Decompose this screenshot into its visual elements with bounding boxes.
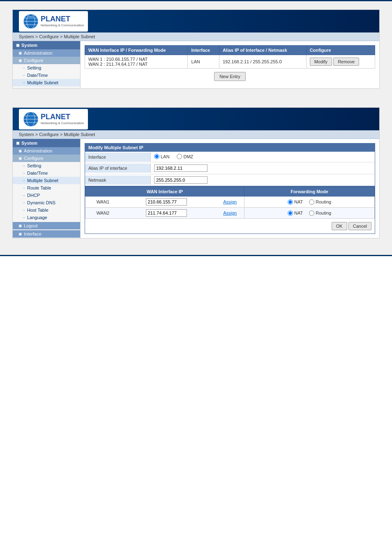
netmask-input[interactable]: [154, 176, 208, 184]
sidebar-configure-1[interactable]: ▣ Configure: [13, 57, 80, 64]
alias-input[interactable]: [154, 164, 208, 172]
interface-dmz-radio[interactable]: [177, 154, 182, 159]
sidebar-item-routetable[interactable]: → Route Table: [13, 184, 80, 192]
wan2-nat-label[interactable]: NAT: [288, 210, 303, 216]
sidebar-system-header: ▣ System: [13, 41, 80, 49]
wan1-routing-label[interactable]: Routing: [309, 199, 331, 205]
logo-text: PLANET Networking & Communication: [41, 15, 84, 27]
wan1-mode-cell: NAT Routing: [244, 197, 375, 208]
wan1-cell: WAN1 Assign: [85, 197, 244, 208]
sidebar-item-language[interactable]: → Language: [13, 214, 80, 221]
sidebar-interface[interactable]: ▣ Interface: [13, 230, 80, 238]
interface-dmz-label[interactable]: DMZ: [177, 154, 193, 159]
sidebar-system-header-2: ▣ System: [13, 139, 80, 147]
wan2-assign-link[interactable]: Assign: [223, 210, 237, 215]
col-wan-header: WAN Interface IP / Forwarding Mode: [85, 46, 188, 55]
sidebar-admin-2[interactable]: ▣ Administration: [13, 147, 80, 155]
logo-globe-icon-2: [23, 111, 39, 127]
sidebar-item-multisubnet-2[interactable]: → Multiple Subnet: [13, 177, 80, 184]
interface-lan-radio[interactable]: [154, 154, 159, 159]
interface-row: Interface LAN DMZ: [85, 152, 375, 162]
interface-lan-label[interactable]: LAN: [154, 154, 169, 159]
wan2-routing-label[interactable]: Routing: [309, 210, 331, 216]
sidebar-item-setting-2[interactable]: → Setting: [13, 162, 80, 169]
wan1-ip-input[interactable]: [146, 198, 187, 206]
sidebar-configure-2[interactable]: ▣ Configure: [13, 155, 80, 162]
wan2-routing-radio[interactable]: [309, 210, 314, 216]
alias-cell: 192.168.2.11 / 255.255.255.0: [219, 55, 306, 69]
wan2-cell: WAN2 Assign: [85, 208, 244, 219]
form-buttons: OK Cancel: [85, 219, 375, 234]
netmask-row: Netmask: [85, 174, 375, 187]
sidebar-item-hosttable[interactable]: → Host Table: [13, 206, 80, 214]
netmask-label: Netmask: [85, 176, 151, 185]
logo-area: PLANET Networking & Communication: [19, 11, 88, 32]
wan2-nat-radio[interactable]: [288, 210, 293, 216]
wan2-label: WAN2: [93, 210, 109, 215]
alias-value: [151, 162, 375, 174]
table-row: WAN 1 : 210.66.155.77 / NAT WAN 2 : 211.…: [85, 55, 375, 69]
cancel-button[interactable]: Cancel: [348, 222, 371, 230]
logo-text-2: PLANET Networking & Communication: [41, 113, 84, 125]
col-alias-header: Alias IP of Interface / Netmask: [219, 46, 306, 55]
configure-cell: Modify Remove: [306, 55, 375, 69]
form-title: Modify Multiple Subnet IP: [85, 143, 375, 152]
ok-button[interactable]: OK: [332, 222, 347, 230]
wan1-nat-radio[interactable]: [288, 199, 293, 205]
sidebar-item-datetime-2[interactable]: → Date/Time: [13, 169, 80, 177]
col-configure-header: Configure: [306, 46, 375, 55]
wan2-row: WAN2 Assign NAT: [85, 208, 375, 219]
sidebar-item-datetime-1[interactable]: → Date/Time: [13, 72, 80, 79]
sidebar-item-dhcp[interactable]: → DHCP: [13, 192, 80, 199]
sidebar-item-setting-1[interactable]: → Setting: [13, 64, 80, 72]
logo-globe-icon: [23, 14, 39, 29]
sidebar-logout[interactable]: ▣ Logout: [13, 222, 80, 229]
new-entry-button[interactable]: New Entry: [214, 72, 246, 81]
modify-button[interactable]: Modify: [310, 58, 332, 66]
new-entry-row: New Entry: [85, 69, 375, 84]
wan1-label: WAN1: [93, 199, 109, 204]
alias-row: Alias IP of interface: [85, 162, 375, 174]
wan1-row: WAN1 Assign NAT: [85, 197, 375, 208]
sidebar-admin-1[interactable]: ▣ Administration: [13, 49, 80, 57]
netmask-value: [151, 174, 375, 186]
wan2-ip-input[interactable]: [146, 209, 187, 217]
wan1-assign-link[interactable]: Assign: [223, 199, 237, 204]
modify-form: Modify Multiple Subnet IP Interface LAN …: [85, 143, 375, 234]
wan-table: WAN Interface IP Forwarding Mode WAN1: [85, 187, 375, 219]
alias-label: Alias IP of interface: [85, 164, 151, 173]
breadcrumb-1: System > Configure > Multiple Subnet: [13, 32, 379, 41]
col-interface-header: Interface: [188, 46, 219, 55]
breadcrumb-2: System > Configure > Multiple Subnet: [13, 130, 379, 139]
wan1-routing-radio[interactable]: [309, 199, 314, 205]
interface-cell: LAN: [188, 55, 219, 69]
wan-col-ip: WAN Interface IP: [85, 187, 244, 197]
wan2-mode-cell: NAT Routing: [244, 208, 375, 219]
subnet-table: WAN Interface IP / Forwarding Mode Inter…: [85, 45, 375, 69]
logo-area-2: PLANET Networking & Communication: [19, 109, 88, 130]
sidebar-item-dynamicdns[interactable]: → Dynamic DNS: [13, 199, 80, 206]
interface-value: LAN DMZ: [151, 152, 375, 162]
remove-button[interactable]: Remove: [333, 58, 359, 66]
interface-label: Interface: [85, 153, 151, 162]
sidebar-item-multisubnet-1[interactable]: → Multiple Subnet: [13, 79, 80, 86]
wan1-nat-label[interactable]: NAT: [288, 199, 303, 205]
wan-cell: WAN 1 : 210.66.155.77 / NAT WAN 2 : 211.…: [85, 55, 188, 69]
wan-col-mode: Forwarding Mode: [244, 187, 375, 197]
